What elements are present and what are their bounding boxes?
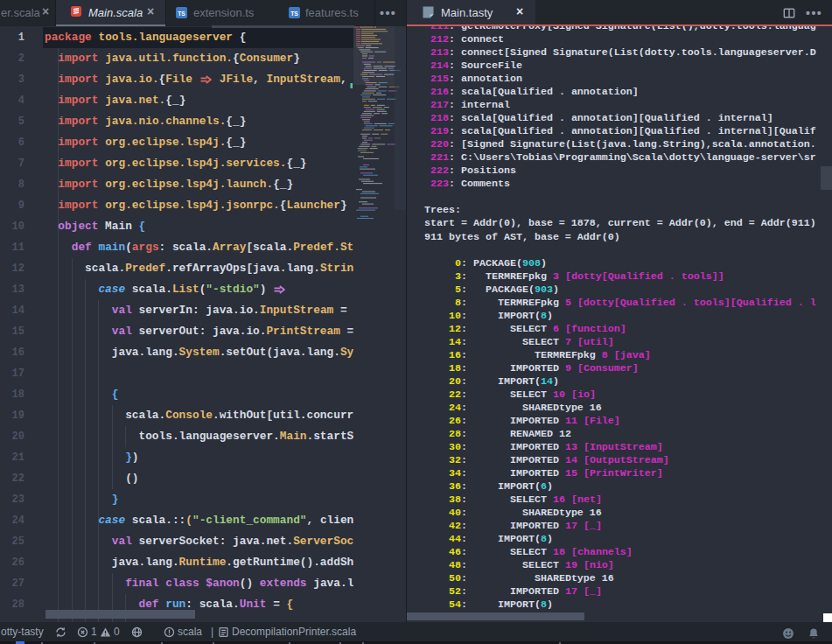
svg-text:TS: TS xyxy=(178,10,185,17)
svg-text:TS: TS xyxy=(290,10,298,17)
